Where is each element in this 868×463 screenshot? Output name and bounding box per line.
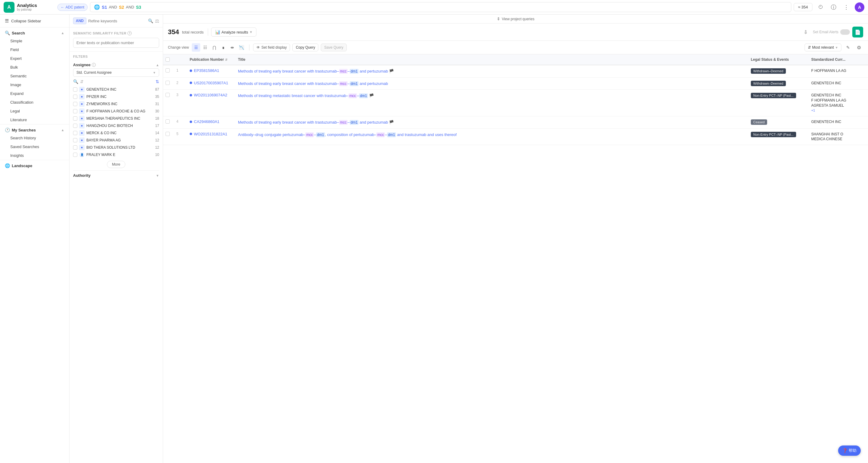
sort-btn[interactable]: ⇵ Most relevant ▼ [805, 44, 841, 51]
and-badge[interactable]: AND [73, 18, 86, 24]
row1-title[interactable]: Methods of treating early breast cancer … [235, 65, 747, 77]
help-icon[interactable]: ⓘ [829, 3, 838, 11]
row1-pub[interactable]: EP3581586A1 [186, 65, 235, 77]
view-list-icon-btn[interactable]: ☰ [192, 43, 200, 52]
row2-pub-num[interactable]: US20170035907A1 [194, 81, 228, 85]
sidebar-item-classification[interactable]: Classification [0, 98, 69, 107]
set-field-display-btn[interactable]: 👁 Set field display [253, 44, 290, 51]
similarity-input[interactable] [73, 38, 159, 48]
assignee-item-9[interactable]: 👤 FRALEY MARK E 10 [73, 151, 159, 158]
assignee-filter-header[interactable]: Assignee i ▲ [73, 60, 159, 68]
col-checkbox-header[interactable] [163, 54, 174, 65]
row3-pub[interactable]: WO2011069074A2 [186, 90, 235, 116]
s1-tag[interactable]: S1 [102, 5, 107, 10]
grid-icon[interactable]: ⋮ [842, 3, 850, 11]
landscape-header[interactable]: 🌐 Landscape [0, 160, 69, 169]
row3-title[interactable]: Methods of treating metastatic breast ca… [235, 90, 747, 116]
view-compare-icon-btn[interactable]: ⇼ [228, 43, 237, 52]
nav-search-bar[interactable]: 🌐 S1 AND S2 AND S3 [90, 2, 791, 12]
row4-title[interactable]: Methods of treating early breast cancer … [235, 116, 747, 129]
view-tile-icon-btn[interactable]: ∎ [219, 43, 227, 52]
row4-pub[interactable]: CA2946860A1 [186, 116, 235, 129]
assignee-checkbox-7[interactable] [73, 138, 77, 142]
col-pub-header[interactable]: Publication Number ⇵ [186, 54, 235, 65]
breadcrumb-pill[interactable]: ← ADC patent [57, 4, 88, 11]
assignee-item-1[interactable]: ■ PFIZER INC 35 [73, 93, 159, 100]
sidebar-item-semantic[interactable]: Semantic [0, 71, 69, 80]
assignee-checkbox-0[interactable] [73, 87, 77, 92]
s2-tag[interactable]: S2 [119, 5, 124, 10]
assignee-item-8[interactable]: ■ BIO THERA SOLUTIONS LTD 12 [73, 144, 159, 151]
assignee-checkbox-6[interactable] [73, 131, 77, 135]
assignee-checkbox-8[interactable] [73, 145, 77, 150]
row4-checkbox[interactable] [163, 116, 174, 129]
row1-checkbox[interactable] [163, 65, 174, 77]
view-chart-icon-btn[interactable]: 📉 [237, 43, 246, 52]
collapse-sidebar-btn[interactable]: ☰ Collapse Sidebar [0, 15, 69, 28]
edit-columns-btn[interactable]: ✎ [844, 43, 852, 52]
help-fab[interactable]: ❓ 帮助 [838, 445, 861, 456]
view-rows-icon-btn[interactable]: ☷ [201, 43, 209, 52]
logo-icon[interactable]: A [4, 2, 14, 13]
more-button[interactable]: More [107, 161, 125, 168]
assignee-item-7[interactable]: ■ BAYER PHARMA AG 12 [73, 137, 159, 144]
assignee-type-select[interactable]: Std. Current Assignee ▼ [73, 68, 159, 77]
sidebar-item-expand[interactable]: Expand [0, 89, 69, 98]
similarity-info-icon[interactable]: ? [127, 31, 132, 35]
row5-title[interactable]: Antibody–drug conjugate pertuzumab–mcc–d… [235, 128, 747, 145]
email-toggle[interactable] [840, 29, 850, 35]
sidebar-item-legal[interactable]: Legal [0, 107, 69, 115]
sidebar-item-bulk[interactable]: Bulk [0, 63, 69, 71]
assignee-info-icon[interactable]: i [92, 63, 96, 67]
save-query-btn[interactable]: Save Query [321, 44, 346, 51]
row3-pub-num[interactable]: WO2011069074A2 [194, 93, 227, 97]
keyword-input[interactable] [88, 19, 146, 23]
assignee-checkbox-3[interactable] [73, 109, 77, 113]
copy-query-btn[interactable]: Copy Query [292, 44, 318, 51]
panel-collapse-toggle[interactable]: ‹ [163, 233, 163, 245]
assignee-checkbox-9[interactable] [73, 153, 77, 157]
view-grid-icon-btn[interactable]: ⋂ [210, 43, 218, 52]
sidebar-item-expert[interactable]: Expert [0, 54, 69, 63]
sidebar-item-saved-searches[interactable]: Saved Searches [0, 142, 69, 151]
assignee-checkbox-1[interactable] [73, 95, 77, 99]
row5-pub-num[interactable]: WO2015131822A1 [194, 132, 227, 136]
sidebar-item-field[interactable]: Field [0, 45, 69, 54]
row4-pub-num[interactable]: CA2946860A1 [194, 119, 220, 124]
assignee-sort-icon[interactable]: ⇵ [80, 79, 84, 84]
export-btn[interactable]: 📄 [852, 27, 863, 37]
assignee-checkbox-2[interactable] [73, 102, 77, 106]
assignee-checkbox-4[interactable] [73, 116, 77, 121]
assignee-search-icon[interactable]: 🔍 [73, 79, 78, 84]
assignee-item-4[interactable]: ■ MERSANA THERAPEUTICS INC 18 [73, 115, 159, 122]
assignee-item-0[interactable]: ■ GENENTECH INC 87 [73, 86, 159, 93]
row2-title[interactable]: Methods of treating early breast cancer … [235, 77, 747, 90]
user-avatar[interactable]: A [855, 2, 864, 12]
row1-pub-num[interactable]: EP3581586A1 [194, 68, 219, 73]
project-bar[interactable]: ⇕ View project queries [163, 15, 868, 24]
search-section-header[interactable]: 🔍 Search ▲ [0, 28, 69, 36]
sidebar-item-insights[interactable]: Insights [0, 151, 69, 160]
keyword-search-icon[interactable]: 🔍 [148, 19, 153, 23]
assignee-checkbox-5[interactable] [73, 124, 77, 128]
row2-checkbox[interactable] [163, 77, 174, 90]
sidebar-item-literature[interactable]: Literature [0, 115, 69, 124]
row5-pub[interactable]: WO2015131822A1 [186, 128, 235, 145]
filter-options-icon[interactable]: ⚖ [155, 18, 159, 24]
assignee-item-5[interactable]: ■ HANGZHOU DAC BIOTECH 17 [73, 122, 159, 129]
assignee-item-2[interactable]: ■ ZYMEWORKS INC 31 [73, 100, 159, 108]
sidebar-item-search-history[interactable]: Search History [0, 134, 69, 142]
row5-checkbox[interactable] [163, 128, 174, 145]
assignee-item-6[interactable]: ■ MERCK & CO INC 14 [73, 129, 159, 137]
sidebar-item-image[interactable]: Image [0, 80, 69, 89]
row2-pub[interactable]: US20170035907A1 [186, 77, 235, 90]
s3-tag[interactable]: S3 [136, 5, 141, 10]
row3-checkbox[interactable] [163, 90, 174, 116]
assignee-item-3[interactable]: ■ F HOFFMANN LA ROCHE & CO AG 30 [73, 108, 159, 115]
timer-icon[interactable]: ⏲ [817, 3, 825, 11]
settings-btn[interactable]: ⚙ [855, 43, 863, 52]
sidebar-item-simple[interactable]: Simple [0, 36, 69, 45]
my-searches-header[interactable]: 🕐 My Searches ▲ [0, 124, 69, 134]
analyze-results-btn[interactable]: 📊 Analyze results ▼ [211, 28, 256, 36]
row3-more-link[interactable]: +1 [811, 109, 815, 112]
